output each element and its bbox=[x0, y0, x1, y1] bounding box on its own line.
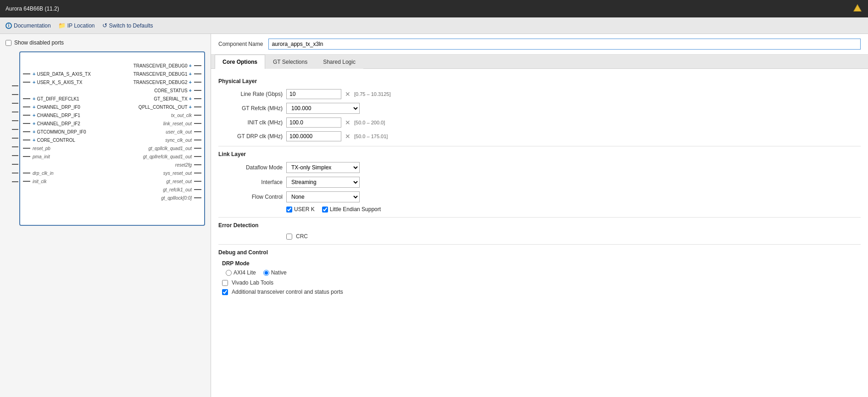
component-name-label: Component Name bbox=[218, 41, 263, 47]
port-row: + USER_DATA_S_AXIS_TX TRANSCEIVER_DEBUG1… bbox=[20, 70, 204, 78]
refresh-icon: ↺ bbox=[102, 22, 107, 29]
additional-transceiver-checkbox[interactable] bbox=[222, 289, 228, 295]
user-k-checkbox[interactable] bbox=[286, 207, 292, 212]
port-row: + USER_K_S_AXIS_TX TRANSCEIVER_DEBUG2 + bbox=[20, 78, 204, 86]
port-row: + GT_DIFF_REFCLK1 GT_SERIAL_TX + bbox=[20, 95, 204, 103]
init-clk-label: INIT clk (MHz) bbox=[218, 119, 283, 126]
gt-drp-clk-clear-button[interactable]: ✕ bbox=[344, 133, 351, 140]
drp-mode-radio-group: AXI4 Lite Native bbox=[226, 269, 861, 276]
line-rate-label: Line Rate (Gbps) bbox=[218, 91, 283, 97]
port-row: reset2fg bbox=[20, 161, 204, 169]
port-row: + CHANNEL_DRP_IF0 QPLL_CONTROL_OUT + bbox=[20, 103, 204, 111]
flow-control-label: Flow Control bbox=[218, 194, 283, 200]
tab-core-options[interactable]: Core Options bbox=[215, 55, 265, 69]
show-disabled-ports-row: Show disabled ports bbox=[6, 39, 205, 46]
vivado-logo bbox=[852, 3, 862, 15]
port-row: + CHANNEL_DRP_IF2 link_reset_out bbox=[20, 119, 204, 128]
port-row: pma_init gt_qpllrefclk_quad1_out bbox=[20, 152, 204, 161]
gt-refclk-label: GT Refclk (MHz) bbox=[218, 105, 283, 112]
port-row: reset_pb gt_qpllclk_quad1_out bbox=[20, 144, 204, 152]
interface-row: Interface Streaming Framing bbox=[218, 177, 861, 188]
port-row: + CHANNEL_DRP_IF1 tx_out_clk bbox=[20, 111, 204, 119]
gt-drp-clk-label: GT DRP clk (MHz) bbox=[218, 133, 283, 140]
dataflow-mode-label: Dataflow Mode bbox=[218, 164, 283, 171]
vivado-lab-tools-row: Vivado Lab Tools bbox=[222, 280, 861, 286]
user-k-row: USER K Little Endian Support bbox=[286, 206, 861, 212]
user-k-label: USER K bbox=[294, 206, 315, 212]
flow-control-select[interactable]: None UFC NFC bbox=[286, 191, 360, 202]
debug-control-header: Debug and Control bbox=[218, 249, 861, 257]
main-area: Show disabled ports bbox=[0, 34, 868, 397]
physical-layer-header: Physical Layer bbox=[218, 78, 861, 85]
port-row: TRANSCEIVER_DEBUG0 + bbox=[20, 62, 204, 70]
line-rate-clear-button[interactable]: ✕ bbox=[344, 90, 351, 98]
right-panel: Component Name Core Options GT Selection… bbox=[211, 34, 868, 397]
error-detection-header: Error Detection bbox=[218, 222, 861, 229]
port-row: gt_refclk1_out bbox=[20, 185, 204, 194]
gt-drp-clk-row: GT DRP clk (MHz) ✕ [50.0 – 175.01] bbox=[218, 131, 861, 141]
crc-checkbox[interactable] bbox=[286, 234, 292, 240]
info-icon: i bbox=[6, 22, 12, 29]
interface-label: Interface bbox=[218, 179, 283, 185]
interface-select[interactable]: Streaming Framing bbox=[286, 177, 360, 188]
ip-location-link[interactable]: 📁 IP Location bbox=[58, 22, 95, 29]
left-panel: Show disabled ports bbox=[0, 34, 211, 397]
app-title: Aurora 64B66B (11.2) bbox=[6, 6, 59, 12]
component-name-bar: Component Name bbox=[211, 34, 868, 55]
port-row: gt_qplllock[0:0] bbox=[20, 194, 204, 202]
gt-drp-clk-input[interactable] bbox=[286, 131, 341, 141]
init-clk-range: [50.0 – 200.0] bbox=[354, 120, 385, 125]
port-row: + CORE_CONTROL sync_clk_out bbox=[20, 136, 204, 144]
init-clk-input[interactable] bbox=[286, 117, 341, 128]
show-disabled-ports-label: Show disabled ports bbox=[14, 39, 64, 46]
axi4-lite-radio[interactable] bbox=[226, 270, 232, 276]
gt-refclk-select[interactable]: 100.000 125.000 150.000 200.000 bbox=[286, 103, 360, 114]
tab-gt-selections[interactable]: GT Selections bbox=[265, 55, 315, 69]
line-rate-input[interactable] bbox=[286, 89, 341, 99]
drp-mode-label: DRP Mode bbox=[222, 260, 861, 267]
tab-shared-logic[interactable]: Shared Logic bbox=[315, 55, 363, 69]
native-radio[interactable] bbox=[263, 270, 269, 276]
port-row: init_clk gt_reset_out bbox=[20, 177, 204, 185]
vivado-lab-tools-checkbox[interactable] bbox=[222, 280, 228, 286]
axi4-lite-label: AXI4 Lite bbox=[234, 269, 256, 276]
toolbar: i Documentation 📁 IP Location ↺ Switch t… bbox=[0, 17, 868, 34]
vivado-lab-tools-label: Vivado Lab Tools bbox=[232, 280, 273, 286]
additional-transceiver-label: Additional transceiver control and statu… bbox=[232, 289, 343, 295]
crc-label: CRC bbox=[296, 233, 308, 240]
port-row: + GTCOMMON_DRP_IF0 user_clk_out bbox=[20, 128, 204, 136]
topbar: Aurora 64B66B (11.2) bbox=[0, 0, 868, 17]
tab-content-core-options: Physical Layer Line Rate (Gbps) ✕ [0.75 … bbox=[211, 69, 868, 303]
init-clk-row: INIT clk (MHz) ✕ [50.0 – 200.0] bbox=[218, 117, 861, 128]
line-rate-range: [0.75 – 10.3125] bbox=[354, 91, 391, 97]
port-row: drp_clk_in sys_reset_out bbox=[20, 169, 204, 177]
component-name-input[interactable] bbox=[268, 39, 861, 50]
documentation-link[interactable]: i Documentation bbox=[6, 22, 51, 29]
little-endian-checkbox[interactable] bbox=[322, 207, 328, 212]
dataflow-mode-row: Dataflow Mode TX-only Simplex RX-only Si… bbox=[218, 162, 861, 173]
crc-row: CRC bbox=[286, 233, 861, 240]
port-row: CORE_STATUS + bbox=[20, 86, 204, 95]
block-diagram: TRANSCEIVER_DEBUG0 + + USER_DATA_S_AXIS_… bbox=[19, 51, 205, 226]
gt-refclk-row: GT Refclk (MHz) 100.000 125.000 150.000 … bbox=[218, 103, 861, 114]
gt-drp-clk-range: [50.0 – 175.01] bbox=[354, 134, 388, 139]
init-clk-clear-button[interactable]: ✕ bbox=[344, 119, 351, 126]
tabs-bar: Core Options GT Selections Shared Logic bbox=[211, 55, 868, 69]
line-rate-row: Line Rate (Gbps) ✕ [0.75 – 10.3125] bbox=[218, 89, 861, 99]
folder-icon: 📁 bbox=[58, 22, 66, 29]
dataflow-mode-select[interactable]: TX-only Simplex RX-only Simplex Full Dup… bbox=[286, 162, 360, 173]
flow-control-row: Flow Control None UFC NFC bbox=[218, 191, 861, 202]
switch-to-defaults-link[interactable]: ↺ Switch to Defaults bbox=[102, 22, 153, 29]
additional-transceiver-row: Additional transceiver control and statu… bbox=[222, 289, 861, 295]
link-layer-header: Link Layer bbox=[218, 151, 861, 158]
little-endian-label: Little Endian Support bbox=[330, 206, 381, 212]
show-disabled-ports-checkbox[interactable] bbox=[6, 40, 11, 46]
native-label: Native bbox=[271, 269, 287, 276]
